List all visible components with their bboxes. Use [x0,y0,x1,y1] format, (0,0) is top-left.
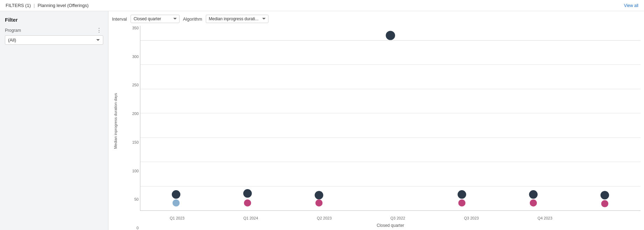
x-tick-q3-2023: Q3 2023 [464,216,479,220]
y-tick-100: 100 [132,169,139,173]
y-tick-0: 0 [136,226,139,230]
sidebar: Filter Program ⋮ (All) [0,11,108,230]
dot [530,200,537,207]
sidebar-title: Filter [5,17,103,23]
separator: | [34,3,35,8]
dot [529,190,538,199]
dot [386,31,395,40]
view-all-link[interactable]: View all [624,3,638,8]
chart-plot: Q1 2023 Q1 2024 Q2 2023 Q3 2022 Q3 2023 … [140,26,640,211]
program-options-button[interactable]: ⋮ [95,28,103,33]
program-select[interactable]: (All) [5,35,103,45]
dot [601,191,609,199]
x-axis-title: Closed quarter [140,223,640,228]
y-tick-350: 350 [132,26,139,30]
x-tick-q4-2023: Q4 2023 [538,216,552,220]
interval-label: Interval [112,16,127,22]
dot [601,200,608,207]
y-tick-200: 200 [132,112,139,116]
dot [173,200,180,207]
dot [315,200,322,207]
dot [244,200,251,207]
y-tick-300: 300 [132,55,139,59]
x-tick-q3-2022: Q3 2022 [391,216,405,220]
y-axis-label: Median inprogress duration days [112,26,119,216]
top-bar: FILTERS (1) | Planning level (Offerings)… [0,0,644,11]
dot [243,189,252,197]
dot [457,190,466,199]
planning-level-label: Planning level (Offerings) [37,3,89,8]
algorithm-label: Algorithm [183,16,202,22]
filters-label: FILTERS (1) [6,3,31,8]
y-tick-150: 150 [132,140,139,144]
y-tick-250: 250 [132,83,139,87]
x-axis: Q1 2023 Q1 2024 Q2 2023 Q3 2022 Q3 2023 … [140,216,640,220]
x-tick-q2-2023: Q2 2023 [317,216,331,220]
x-tick-q1-2023: Q1 2023 [170,216,184,220]
y-tick-50: 50 [134,197,139,201]
program-label: Program [5,28,21,33]
interval-select[interactable]: Closed quarter [131,15,180,23]
algorithm-select[interactable]: Median inprogress durati... [206,15,268,23]
chart-svg [140,26,640,210]
x-tick-q1-2024: Q1 2024 [243,216,258,220]
chart-area: Interval Closed quarter Algorithm Median… [108,11,644,230]
dot [458,200,465,207]
dot [172,190,180,199]
dot [315,191,323,199]
